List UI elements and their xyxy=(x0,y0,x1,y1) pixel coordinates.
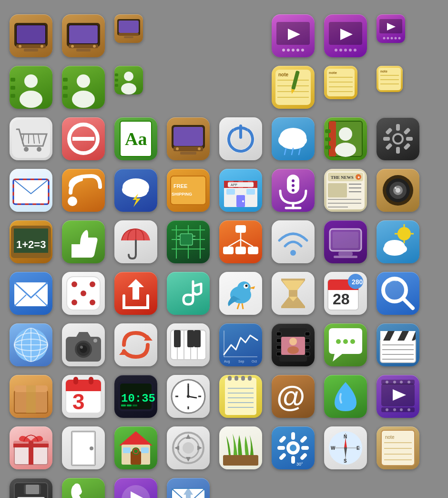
note-small[interactable]: note xyxy=(377,66,403,92)
stocks-icon[interactable]: Aug Sep Oct xyxy=(219,323,262,366)
svg-point-41 xyxy=(24,74,38,88)
settings-icon[interactable] xyxy=(377,117,419,160)
dice-icon[interactable] xyxy=(62,272,105,315)
svg-rect-290 xyxy=(89,377,93,384)
svg-point-38 xyxy=(395,37,397,40)
camera-lens-icon[interactable] xyxy=(377,169,419,212)
svg-point-21 xyxy=(282,49,285,52)
video-player-large-2[interactable] xyxy=(324,14,367,57)
video-play-purple-icon[interactable] xyxy=(377,375,419,418)
film-strip-icon[interactable] xyxy=(272,323,315,366)
svg-line-190 xyxy=(228,239,241,247)
piano-icon[interactable] xyxy=(167,323,210,366)
mail-envelope-icon[interactable] xyxy=(167,478,210,498)
messages-icon[interactable] xyxy=(324,323,367,366)
svg-line-100 xyxy=(292,148,293,155)
cloud-icon[interactable] xyxy=(272,117,315,160)
video-play-round-icon[interactable] xyxy=(114,478,157,498)
video-player-large-1[interactable] xyxy=(272,14,315,57)
calendar-3-icon[interactable]: 3 xyxy=(62,375,105,418)
empty-13 xyxy=(429,426,448,469)
svg-rect-118 xyxy=(403,143,411,150)
note-beige-icon[interactable]: note xyxy=(377,426,419,469)
video-player-small[interactable] xyxy=(377,14,405,43)
monitor-brown-icon[interactable] xyxy=(167,117,210,160)
settings-blue-icon[interactable]: 30° xyxy=(272,426,315,469)
umbrella-icon[interactable] xyxy=(114,220,157,263)
floppy-disk-icon[interactable] xyxy=(10,478,52,498)
compass-icon[interactable]: N S E W xyxy=(324,426,367,469)
store-icon[interactable]: APP xyxy=(219,169,262,212)
svg-rect-49 xyxy=(63,86,68,90)
dictionary-icon[interactable]: Aa xyxy=(114,117,157,160)
svg-rect-262 xyxy=(276,352,281,356)
tv-icon-large-2[interactable] xyxy=(62,14,105,57)
contacts-large-1[interactable] xyxy=(10,66,52,109)
empty-6 xyxy=(429,66,448,109)
clock-icon[interactable] xyxy=(167,375,210,418)
svg-point-241 xyxy=(80,346,83,349)
wifi-icon[interactable] xyxy=(272,220,315,263)
tv-icon-large-1[interactable] xyxy=(10,14,52,57)
mail-icon[interactable] xyxy=(10,169,52,212)
network-icon[interactable] xyxy=(219,220,262,263)
svg-rect-109 xyxy=(325,145,331,149)
svg-rect-16 xyxy=(119,33,139,36)
address-book-icon[interactable] xyxy=(324,117,367,160)
package-icon[interactable] xyxy=(10,375,52,418)
svg-point-149 xyxy=(292,184,295,187)
svg-rect-45 xyxy=(10,94,15,98)
gift-icon[interactable] xyxy=(10,426,52,469)
the-news-icon[interactable]: THE NEWS ✦ xyxy=(324,169,367,212)
camera-icon[interactable] xyxy=(62,323,105,366)
svg-rect-334 xyxy=(13,444,49,447)
shopping-cart-icon[interactable] xyxy=(10,117,52,160)
tv-icon-small[interactable] xyxy=(114,14,143,43)
desktop-screen-icon[interactable] xyxy=(324,220,367,263)
math-icon[interactable]: 1+2=3 xyxy=(10,220,52,263)
svg-rect-387 xyxy=(26,485,39,494)
svg-point-28 xyxy=(335,49,337,52)
note-large-1[interactable]: note xyxy=(272,66,315,109)
contacts-large-2[interactable] xyxy=(62,66,105,109)
power-button-icon[interactable] xyxy=(219,117,262,160)
svg-text:Sep: Sep xyxy=(238,360,244,363)
grass-icon[interactable] xyxy=(219,426,262,469)
clapperboard-icon[interactable] xyxy=(377,323,419,366)
cancel-icon[interactable] xyxy=(62,117,105,160)
water-drop-icon[interactable] xyxy=(324,375,367,418)
calendar-counter-icon[interactable]: 28 280 xyxy=(324,272,367,315)
svg-text:note: note xyxy=(385,435,395,440)
phone-icon[interactable] xyxy=(62,478,105,498)
svg-rect-354 xyxy=(291,432,295,440)
joystick-icon[interactable] xyxy=(167,426,210,469)
rss-icon[interactable] xyxy=(62,169,105,212)
podcast-icon[interactable] xyxy=(114,272,157,315)
email-icon[interactable] xyxy=(10,272,52,315)
globe-icon[interactable] xyxy=(10,323,52,366)
email-at-icon[interactable]: @ xyxy=(272,375,315,418)
notepad-icon[interactable] xyxy=(219,375,262,418)
terminal-clock-icon[interactable]: 10:35 xyxy=(114,375,157,418)
microphone-icon[interactable] xyxy=(272,169,315,212)
svg-rect-112 xyxy=(396,147,400,154)
cloud-lightning-icon[interactable] xyxy=(114,169,157,212)
contacts-small[interactable] xyxy=(114,66,143,94)
svg-rect-308 xyxy=(228,376,232,381)
twitter-icon[interactable] xyxy=(219,272,262,315)
svg-rect-129 xyxy=(171,176,206,205)
note-medium[interactable]: note xyxy=(324,66,357,99)
thumbs-up-icon[interactable] xyxy=(62,220,105,263)
free-shipping-icon[interactable]: FREE SHIPPING xyxy=(167,169,210,212)
house-door-icon[interactable] xyxy=(114,426,157,469)
hourglass-icon[interactable] xyxy=(272,272,315,315)
svg-point-362 xyxy=(290,445,296,451)
music-note-icon[interactable] xyxy=(167,272,210,315)
svg-point-327 xyxy=(393,408,396,411)
svg-text:@: @ xyxy=(276,380,305,413)
weather-icon[interactable] xyxy=(377,220,419,263)
magnifier-icon[interactable] xyxy=(377,272,419,315)
circuit-board-icon[interactable] xyxy=(167,220,210,263)
sync-icon[interactable] xyxy=(114,323,157,366)
door-icon[interactable] xyxy=(62,426,105,469)
